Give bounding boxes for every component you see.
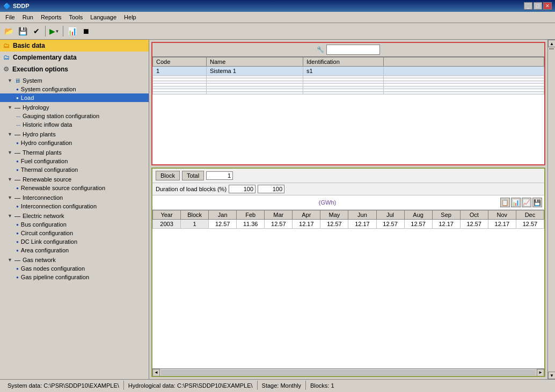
menu-file[interactable]: File xyxy=(2,13,18,21)
tree-item-gas-pipeline[interactable]: ● Gas pipeline configuration xyxy=(0,273,149,281)
data-grid: Year Block Jan Feb Mar Apr May Jun Jul A… xyxy=(152,210,544,229)
status-hydrological-data: Hydrological data: C:\PSR\SDDP10\EXAMPLE… xyxy=(124,381,258,390)
expand-system: ▼ xyxy=(8,78,12,83)
scroll-track[interactable] xyxy=(161,370,536,375)
menu-language[interactable]: Language xyxy=(87,13,120,21)
chart-button[interactable]: 📊 xyxy=(65,25,78,38)
status-stage: Stage: Monthly xyxy=(258,381,306,390)
tree-group-thermal-plants[interactable]: ▼ — Thermal plants xyxy=(0,148,149,157)
table-row-empty-7 xyxy=(153,92,544,95)
toolbar: 📂 💾 ✔ ▶▼ 📊 ⏹ xyxy=(0,23,555,40)
menu-tools[interactable]: Tools xyxy=(65,13,86,21)
wrench-icon: 🔧 xyxy=(317,46,324,53)
tree-item-thermal-configuration[interactable]: ● Thermal configuration xyxy=(0,165,149,174)
expand-renewable: ▼ xyxy=(8,177,12,182)
blocks-label: Blocks: 1 xyxy=(310,382,334,389)
system-label: System xyxy=(23,77,42,84)
bullet-fuel: ● xyxy=(16,159,19,164)
tree-item-area-configuration[interactable]: ● Area configuration xyxy=(0,246,149,255)
scroll-track-vertical[interactable] xyxy=(548,47,555,372)
menu-reports[interactable]: Reports xyxy=(38,13,65,21)
renewable-source-label: Renewable source xyxy=(23,176,71,183)
historic-inflow-label: Historic inflow data xyxy=(23,121,72,128)
data-scroll[interactable]: Year Block Jan Feb Mar Apr May Jun Jul A… xyxy=(152,210,544,368)
scroll-thumb-vertical xyxy=(549,48,554,49)
interconnection-configuration-label: Interconnection configuration xyxy=(21,203,97,209)
cell-nov: 12.17 xyxy=(488,220,516,229)
col-nov: Nov xyxy=(488,210,516,220)
open-button[interactable]: 📂 xyxy=(2,25,15,38)
tree-group-renewable-source[interactable]: ▼ — Renewable source xyxy=(0,175,149,184)
menu-help[interactable]: Help xyxy=(121,13,140,21)
tree-group-hydrology[interactable]: ▼ — Hydrology xyxy=(0,103,149,112)
grid-icon-2[interactable]: 📊 xyxy=(511,198,521,207)
scroll-right-btn[interactable]: ► xyxy=(537,369,544,376)
tree-group-interconnection[interactable]: ▼ — Interconnection xyxy=(0,193,149,202)
col-extra xyxy=(384,57,544,67)
tree-item-fuel-configuration[interactable]: ● Fuel configuration xyxy=(0,157,149,165)
tree-group-system[interactable]: ▼ 🖥 System xyxy=(0,76,149,85)
section-execution-options[interactable]: ⚙ Execution options xyxy=(0,63,149,75)
tree-item-dc-link[interactable]: ● DC Link configuration xyxy=(0,237,149,246)
table-row[interactable]: 1 Sistema 1 s1 xyxy=(153,67,544,76)
save-button[interactable]: 💾 xyxy=(16,25,29,38)
expand-hydrology: ▼ xyxy=(8,105,12,110)
tree-system: ▼ 🖥 System ● System configuration ● Load xyxy=(0,76,149,102)
tree-item-circuit-configuration[interactable]: ● Circuit configuration xyxy=(0,229,149,237)
section-complementary-data[interactable]: 🗂 Complementary data xyxy=(0,52,149,63)
tree-item-gas-nodes[interactable]: ● Gas nodes configuration xyxy=(0,264,149,273)
cell-may: 12.57 xyxy=(320,220,348,229)
tree-item-gauging-station[interactable]: — Gauging station configuration xyxy=(0,112,149,120)
tree-item-system-configuration[interactable]: ● System configuration xyxy=(0,85,149,93)
tree-group-hydro-plants[interactable]: ▼ — Hydro plants xyxy=(0,130,149,139)
tree-item-hydro-configuration[interactable]: ● Hydro configuration xyxy=(0,139,149,147)
tree-thermal-plants: ▼ — Thermal plants ● Fuel configuration … xyxy=(0,148,149,174)
maximize-button[interactable]: □ xyxy=(534,2,542,10)
duration-value-input[interactable] xyxy=(229,185,255,193)
grid-icon-1[interactable]: 📋 xyxy=(500,198,510,207)
cell-feb: 11.36 xyxy=(237,220,265,229)
scroll-up-btn[interactable]: ▲ xyxy=(548,40,555,47)
hydro-configuration-label: Hydro configuration xyxy=(21,140,72,146)
top-search-input[interactable] xyxy=(326,45,380,55)
stop-button[interactable]: ⏹ xyxy=(79,25,92,38)
col-year: Year xyxy=(153,210,181,220)
main-container: 🗂 Basic data 🗂 Complementary data ⚙ Exec… xyxy=(0,40,555,379)
tree-item-historic-inflow[interactable]: — Historic inflow data xyxy=(0,120,149,129)
data-row-2003[interactable]: 2003 1 12.57 11.36 12.57 12.17 12.57 12.… xyxy=(153,220,544,229)
minimize-button[interactable]: _ xyxy=(524,2,532,10)
tree-item-interconnection-config[interactable]: ● Interconnection configuration xyxy=(0,202,149,210)
thermal-configuration-label: Thermal configuration xyxy=(21,166,78,173)
col-block: Block xyxy=(181,210,209,220)
system-configuration-label: System configuration xyxy=(21,86,76,92)
expand-hydro-plants: ▼ xyxy=(8,132,12,137)
interconnection-label: Interconnection xyxy=(23,194,63,201)
bottom-area: Block Total Duration of load blocks (%) … xyxy=(151,168,545,377)
separator-1 xyxy=(45,26,46,37)
col-mar: Mar xyxy=(265,210,293,220)
execution-options-icon: ⚙ xyxy=(3,66,9,73)
grid-icon-4[interactable]: 💾 xyxy=(532,198,542,207)
bus-configuration-label: Bus configuration xyxy=(21,221,67,228)
scroll-down-btn[interactable]: ▼ xyxy=(548,372,555,379)
grid-icon-3[interactable]: 📈 xyxy=(522,198,531,207)
hydrology-label: Hydrology xyxy=(23,104,49,111)
block-number-input[interactable] xyxy=(206,171,233,180)
expand-interconnection: ▼ xyxy=(8,195,12,200)
circuit-configuration-label: Circuit configuration xyxy=(21,230,73,236)
check-button[interactable]: ✔ xyxy=(30,25,43,38)
menu-run[interactable]: Run xyxy=(19,13,36,21)
tree-item-renewable-config[interactable]: ● Renewable source configuration xyxy=(0,184,149,192)
section-basic-data[interactable]: 🗂 Basic data xyxy=(0,40,149,52)
tree-group-electric-network[interactable]: ▼ — Electric network xyxy=(0,212,149,220)
tree-group-gas-network[interactable]: ▼ — Gas network xyxy=(0,256,149,264)
run-button[interactable]: ▶▼ xyxy=(48,25,61,38)
horizontal-scrollbar: ◄ ► xyxy=(152,368,544,376)
tree-item-load[interactable]: ● Load xyxy=(0,93,149,102)
duration-total-input[interactable] xyxy=(258,185,284,193)
scroll-left-btn[interactable]: ◄ xyxy=(152,369,160,376)
tree-item-bus-configuration[interactable]: ● Bus configuration xyxy=(0,220,149,229)
tree-hydrology: ▼ — Hydrology — Gauging station configur… xyxy=(0,103,149,129)
bullet-interconnection-config: ● xyxy=(16,204,19,209)
close-button[interactable]: ✕ xyxy=(543,2,552,10)
